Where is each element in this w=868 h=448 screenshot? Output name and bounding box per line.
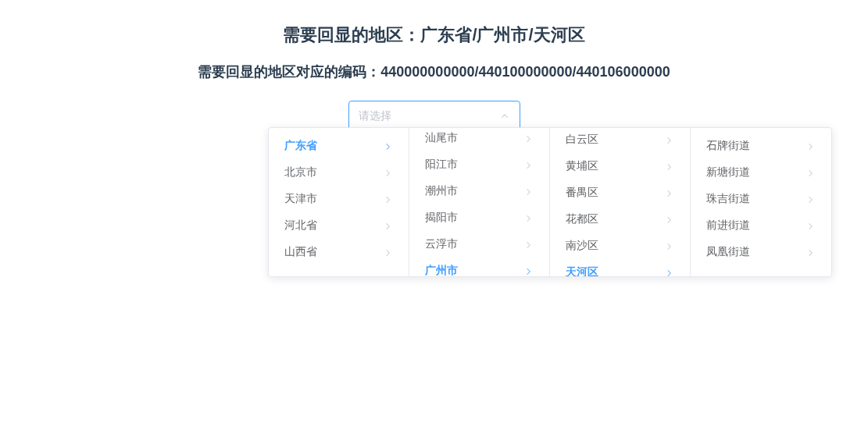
title-prefix: 需要回显的地区：	[283, 25, 420, 44]
chevron-up-icon	[499, 111, 510, 122]
cascader-column-streets: 石牌街道新塘街道珠吉街道前进街道凤凰街道	[691, 128, 831, 132]
subtitle-prefix: 需要回显的地区对应的编码：	[198, 64, 380, 80]
cascader-panel: 广东省北京市天津市河北省山西省 汕尾市阳江市潮州市揭阳市云浮市广州市 白云区黄埔…	[268, 127, 832, 132]
cascader-column-districts: 白云区黄埔区番禺区花都区南沙区天河区	[550, 128, 691, 132]
cascader-item-district[interactable]: 白云区	[550, 128, 690, 132]
cascader-item-label: 汕尾市	[425, 131, 458, 132]
page-subtitle: 需要回显的地区对应的编码：440000000000/440100000000/4…	[0, 62, 868, 81]
cascader-item-city[interactable]: 汕尾市	[409, 128, 549, 132]
title-path: 广东省/广州市/天河区	[420, 25, 584, 44]
select-placeholder: 请选择	[359, 109, 391, 123]
cascader-column-provinces: 广东省北京市天津市河北省山西省	[269, 128, 409, 132]
page-title: 需要回显的地区：广东省/广州市/天河区	[0, 23, 868, 47]
cascader-column-cities: 汕尾市阳江市潮州市揭阳市云浮市广州市	[409, 128, 550, 132]
subtitle-codes: 440000000000/440100000000/440106000000	[380, 64, 670, 80]
